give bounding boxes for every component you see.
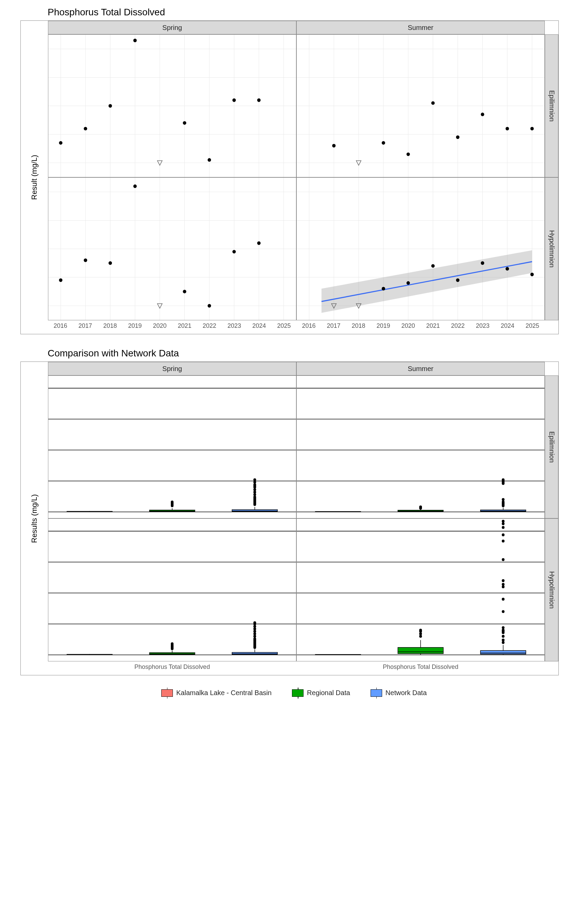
svg-rect-200	[398, 647, 443, 653]
chart2-ylabel: Results (mg/L)	[21, 362, 48, 675]
svg-point-211	[502, 635, 505, 638]
svg-rect-174	[232, 653, 277, 655]
col-strip-spring: Spring	[48, 21, 296, 34]
panel-spring-hypolimnion: 0.0060.005 0.0040.003 0.002	[48, 177, 296, 320]
svg-point-185	[254, 632, 256, 635]
svg-point-112	[171, 501, 174, 503]
legend: Kalamalka Lake - Central Basin Regional …	[7, 689, 581, 697]
svg-point-151	[502, 501, 505, 503]
svg-point-21	[233, 99, 236, 102]
panel2-spring-hypolimnion: 1.000.75 0.500.25 0.00	[48, 519, 296, 661]
panel2-summer-hypolimnion	[296, 519, 545, 661]
legend-item-kalamalka: Kalamalka Lake - Central Basin	[161, 689, 271, 697]
svg-point-188	[254, 625, 256, 628]
svg-point-203	[419, 632, 422, 635]
svg-point-42	[431, 101, 435, 105]
svg-point-224	[502, 526, 505, 529]
svg-point-16	[84, 127, 87, 130]
svg-point-220	[502, 579, 505, 582]
svg-point-39	[332, 144, 336, 147]
panel-spring-epilimnion: 0.0060.005 0.0040.003 0.002	[48, 34, 296, 177]
svg-point-67	[183, 290, 186, 293]
svg-point-223	[502, 533, 505, 536]
svg-point-95	[530, 273, 534, 276]
svg-point-44	[481, 113, 484, 116]
svg-point-19	[183, 121, 186, 124]
col-strip-summer: Summer	[296, 21, 545, 34]
svg-point-89	[382, 287, 385, 290]
chart2-facet-grid: Results (mg/L) Spring Summer 1.000.75 0.…	[20, 362, 559, 675]
svg-point-18	[133, 39, 137, 42]
panel-summer-epilimnion	[296, 34, 545, 177]
legend-label: Network Data	[386, 689, 427, 697]
svg-point-64	[84, 259, 87, 262]
chart1-title: Phosphorus Total Dissolved	[48, 7, 581, 18]
svg-point-70	[257, 241, 261, 245]
panel2-spring-epilimnion: 1.000.75 0.500.25 0.00	[48, 375, 296, 519]
svg-point-209	[502, 641, 505, 644]
svg-point-66	[133, 184, 137, 188]
scatter-chart-block: Phosphorus Total Dissolved Result (mg/L)…	[7, 7, 581, 334]
chart2-x-ticks: Phosphorus Total Dissolved Phosphorus To…	[48, 661, 545, 675]
svg-point-92	[456, 278, 459, 282]
svg-point-22	[257, 99, 261, 102]
row-strip-epilimnion: Epilimnion	[545, 34, 558, 177]
legend-item-network: Network Data	[371, 689, 427, 697]
svg-point-129	[254, 481, 256, 483]
svg-point-65	[108, 262, 112, 265]
svg-point-128	[254, 483, 256, 486]
chart1-x-ticks: 20162017 20182019 20202021 20222023 2024…	[48, 320, 545, 334]
svg-point-125	[254, 488, 256, 491]
legend-swatch-icon	[292, 689, 304, 697]
svg-point-91	[431, 264, 435, 268]
svg-point-187	[254, 627, 256, 630]
svg-point-93	[481, 262, 484, 265]
chart2-title: Comparison with Network Data	[48, 348, 581, 359]
svg-point-210	[502, 639, 505, 641]
svg-point-156	[502, 478, 505, 481]
svg-point-69	[233, 250, 236, 253]
svg-point-205	[419, 629, 422, 631]
svg-point-184	[254, 635, 256, 638]
svg-point-90	[407, 281, 410, 285]
svg-point-172	[171, 642, 174, 645]
svg-point-46	[530, 127, 534, 130]
row-strip-hypolimnion: Hypolimnion	[545, 519, 558, 661]
svg-point-130	[254, 478, 256, 481]
svg-point-68	[208, 304, 211, 307]
row-strip-epilimnion: Epilimnion	[545, 375, 558, 519]
row-strip-hypolimnion: Hypolimnion	[545, 177, 558, 320]
svg-point-41	[407, 152, 410, 156]
legend-swatch-icon	[371, 689, 382, 697]
legend-label: Regional Data	[307, 689, 350, 697]
panel-summer-hypolimnion	[296, 177, 545, 320]
panel2-summer-epilimnion	[296, 375, 545, 519]
chart1-facet-grid: Result (mg/L) Spring Summer 0.0060.005 0…	[20, 20, 559, 334]
svg-point-202	[419, 635, 422, 638]
legend-item-regional: Regional Data	[292, 689, 350, 697]
chart1-ylabel: Result (mg/L)	[21, 21, 48, 334]
svg-point-215	[502, 626, 505, 629]
svg-point-214	[502, 629, 505, 631]
svg-point-63	[59, 278, 62, 282]
svg-point-20	[208, 158, 211, 162]
svg-point-222	[502, 540, 505, 542]
svg-point-183	[254, 637, 256, 640]
svg-point-216	[502, 610, 505, 613]
svg-point-221	[502, 558, 505, 561]
svg-point-190	[254, 621, 256, 624]
svg-point-94	[506, 267, 509, 270]
svg-point-40	[382, 141, 385, 144]
svg-point-225	[502, 522, 505, 525]
svg-point-217	[502, 598, 505, 600]
svg-point-152	[502, 498, 505, 501]
svg-rect-207	[480, 650, 526, 654]
svg-point-186	[254, 630, 256, 633]
col-strip-summer: Summer	[296, 362, 545, 375]
col-strip-spring: Spring	[48, 362, 296, 375]
svg-point-43	[456, 136, 459, 139]
box-chart-block: Comparison with Network Data Results (mg…	[7, 348, 581, 675]
svg-line-88	[321, 262, 532, 302]
svg-point-45	[506, 127, 509, 130]
svg-point-123	[254, 493, 256, 496]
